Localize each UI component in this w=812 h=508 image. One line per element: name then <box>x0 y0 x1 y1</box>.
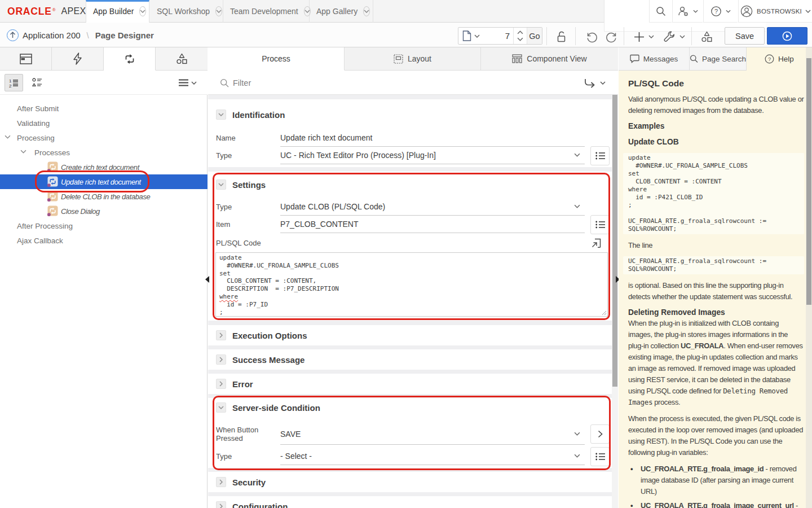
tree-item-label: Create rich text document <box>0 163 139 172</box>
section-server-side-condition: Server-side Condition When Button Presse… <box>208 398 612 468</box>
section-title: Execution Options <box>232 331 307 340</box>
condition-type-select[interactable]: - Select - <box>280 448 585 465</box>
section-configuration[interactable]: Configuration <box>208 496 612 508</box>
quick-pick-button[interactable] <box>590 146 610 165</box>
tab-help[interactable]: ? Help <box>747 47 812 71</box>
arrow-up-icon <box>10 32 16 38</box>
tree-item[interactable]: Delete CLOB in the database <box>0 189 208 204</box>
breadcrumb-application[interactable]: Application 200 <box>23 30 81 40</box>
chevron-down-icon[interactable] <box>363 6 370 16</box>
tab-process[interactable]: Process <box>208 47 345 71</box>
tree-item[interactable]: Close Dialog <box>0 204 208 218</box>
tree-item[interactable]: After Submit <box>0 101 208 116</box>
go-up-button[interactable] <box>7 29 19 41</box>
order-by-component-type-button[interactable] <box>28 74 46 91</box>
tab-layout[interactable]: Layout <box>345 47 481 71</box>
open-code-editor-button[interactable] <box>589 237 603 250</box>
tab-messages[interactable]: Messages <box>619 47 690 71</box>
order-by-processing-order-button[interactable]: 12 <box>5 74 23 91</box>
panel-tab-rendering[interactable] <box>0 47 52 71</box>
page-number-spinner[interactable] <box>514 28 527 44</box>
expand-section-button[interactable] <box>216 379 226 389</box>
breadcrumb: Application 200 \ Page Designer <box>7 23 154 47</box>
collapse-left-splitter[interactable] <box>205 276 209 283</box>
oracle-apex-logo[interactable]: ORACLE®APEX <box>7 0 86 23</box>
panel-tab-processing[interactable] <box>104 47 156 71</box>
section-security[interactable]: Security <box>208 472 612 492</box>
lock-button[interactable] <box>554 29 568 44</box>
bullet-list-icon <box>595 221 605 229</box>
go-to-button-button[interactable] <box>590 424 610 444</box>
section-error[interactable]: Error <box>208 374 612 394</box>
nav-tab-team-development[interactable]: Team Development <box>223 0 310 23</box>
nav-tab-app-gallery[interactable]: App Gallery <box>310 0 373 23</box>
section-success-message[interactable]: Success Message <box>208 349 612 370</box>
field-label: Type <box>216 452 280 461</box>
condition-picker-button[interactable] <box>590 447 610 466</box>
undo-button[interactable] <box>584 30 599 43</box>
when-button-pressed-select[interactable]: SAVE <box>280 423 585 445</box>
tree-menu-button[interactable] <box>176 74 200 91</box>
settings-type-select[interactable]: Update CLOB (PL/SQL Code) <box>280 198 585 216</box>
collapse-section-button[interactable] <box>216 110 226 120</box>
tab-component-view[interactable]: Component View <box>481 47 618 71</box>
page-number-input[interactable]: 7 <box>483 28 514 44</box>
tree-item[interactable]: Processing <box>0 130 208 145</box>
center-scrollbar[interactable] <box>612 95 618 508</box>
expand-section-button[interactable] <box>216 477 226 487</box>
chevron-down-icon <box>191 81 197 85</box>
header-help-menu-button[interactable]: ? <box>703 0 738 23</box>
header-user-menu-button[interactable]: BOSTROWSKI <box>738 0 812 23</box>
filter-input[interactable] <box>233 75 549 90</box>
header-admin-menu-button[interactable] <box>672 0 703 23</box>
tree-item[interactable]: Processes <box>0 145 208 160</box>
utilities-menu-button[interactable] <box>661 29 686 44</box>
chevron-down-icon <box>474 34 480 38</box>
tree-item[interactable]: Update rich text document <box>0 174 208 189</box>
go-button[interactable]: Go <box>527 28 542 44</box>
chevron-down-icon[interactable] <box>5 135 11 139</box>
item-input[interactable]: P7_CLOB_CONTENT <box>280 216 585 233</box>
page-select-button[interactable] <box>458 28 483 44</box>
header-search-button[interactable] <box>649 0 672 23</box>
tree-item[interactable]: Ajax Callback <box>0 233 208 248</box>
nav-tab-sql-workshop[interactable]: SQL Workshop <box>150 0 223 23</box>
section-execution-options[interactable]: Execution Options <box>208 325 612 345</box>
shared-components-button[interactable] <box>699 30 714 43</box>
name-input[interactable]: Update rich text document <box>280 129 585 147</box>
nav-tab-app-builder[interactable]: App Builder <box>86 0 149 23</box>
expand-section-button[interactable] <box>216 330 226 340</box>
section-title: Configuration <box>232 502 288 508</box>
tree-item[interactable]: After Processing <box>0 218 208 233</box>
chevron-down-icon[interactable] <box>139 6 146 16</box>
chevron-right-icon <box>219 357 223 362</box>
tree-item[interactable]: Validating <box>0 116 208 130</box>
tree-item-label: Delete CLOB in the database <box>0 192 150 201</box>
help-list-item: UC_FROALA_RTE.g_froala_image_id - remove… <box>628 463 804 497</box>
run-page-button[interactable] <box>767 27 807 45</box>
panel-tab-shared-components[interactable] <box>156 47 208 71</box>
type-select[interactable]: UC - Rich Text Editor Pro (Process) [Plu… <box>280 147 585 164</box>
plsql-code-editor[interactable]: update #OWNER#.UC_FROALA_SAMPLE_CLOBS se… <box>215 252 608 317</box>
tab-page-search[interactable]: Page Search <box>690 47 747 71</box>
collapse-section-button[interactable] <box>216 402 226 413</box>
scrollbar-thumb[interactable] <box>612 95 617 387</box>
tree-item[interactable]: Create rich text document <box>0 160 208 174</box>
collapse-section-button[interactable] <box>216 179 226 190</box>
chevron-down-icon[interactable] <box>215 6 222 16</box>
chevron-down-icon[interactable] <box>20 150 27 154</box>
go-to-group-button[interactable] <box>581 76 607 90</box>
property-editor-scroll-area: Identification Name Update rich text doc… <box>208 95 612 508</box>
create-menu-button[interactable] <box>632 30 656 43</box>
scrollbar-thumb[interactable] <box>806 58 811 305</box>
help-scrollbar[interactable] <box>806 47 812 508</box>
item-picker-button[interactable] <box>590 215 610 234</box>
field-item: Item P7_CLOB_CONTENT <box>208 216 612 233</box>
save-button[interactable]: Save <box>725 27 765 45</box>
redo-button[interactable] <box>604 30 619 43</box>
expand-section-button[interactable] <box>216 501 226 508</box>
panel-tab-dynamic-actions[interactable] <box>52 47 104 71</box>
processing-tree: After SubmitValidatingProcessingProcesse… <box>0 101 208 248</box>
resize-handle-icon[interactable] <box>602 310 607 316</box>
expand-section-button[interactable] <box>216 354 226 365</box>
